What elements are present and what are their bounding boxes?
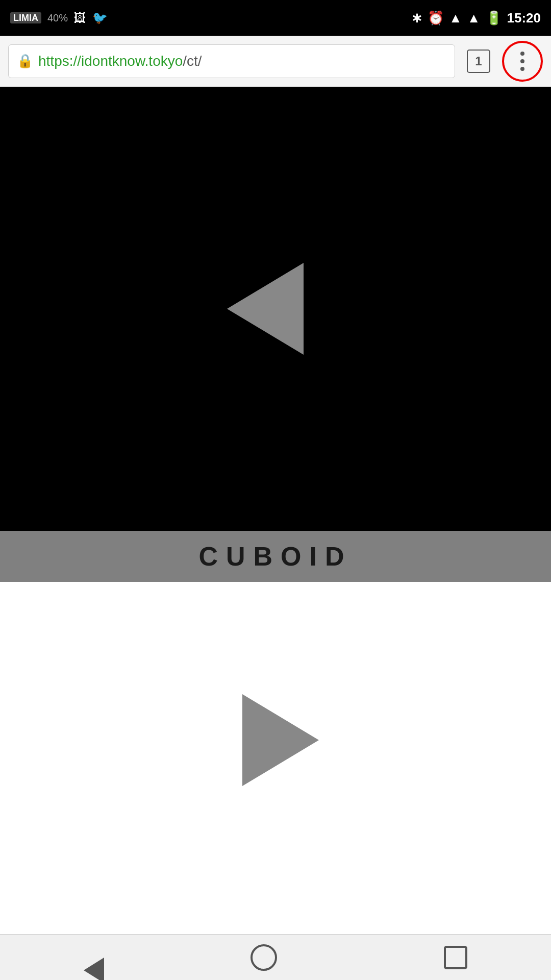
twitter-icon: 🐦 <box>92 11 108 25</box>
status-left-icons: LIMIA 40% 🖼 🐦 <box>10 11 108 25</box>
battery-icon: 🔋 <box>486 10 502 26</box>
url-text: https://idontknow.tokyo/ct/ <box>38 53 202 69</box>
cuboid-title: CUBOID <box>198 541 352 572</box>
more-menu-button[interactable] <box>502 41 543 82</box>
play-icon <box>242 694 319 786</box>
three-dots-icon <box>520 52 524 71</box>
video-area[interactable] <box>0 87 551 531</box>
recents-button[interactable] <box>444 946 467 969</box>
back-icon <box>84 958 104 981</box>
clock-time: 15:20 <box>507 10 541 26</box>
alarm-icon: ⏰ <box>428 10 444 26</box>
bluetooth-icon: ∗ <box>411 10 422 26</box>
content-area[interactable] <box>0 582 551 898</box>
rewind-icon <box>227 263 304 355</box>
status-bar: LIMIA 40% 🖼 🐦 ∗ ⏰ ▲ ▲ 🔋 15:20 <box>0 0 551 36</box>
lock-icon: 🔒 <box>17 53 33 69</box>
gallery-icon: 🖼 <box>74 11 86 25</box>
signal-icon: ▲ <box>467 10 481 26</box>
tabs-button[interactable]: 1 <box>461 44 496 78</box>
cuboid-banner: CUBOID <box>0 531 551 582</box>
url-path: /ct/ <box>183 53 202 69</box>
wifi-icon: ▲ <box>449 10 462 26</box>
status-right-icons: ∗ ⏰ ▲ ▲ 🔋 15:20 <box>411 10 541 26</box>
url-host: idontknow.tokyo <box>81 53 183 69</box>
url-scheme: https:// <box>38 53 81 69</box>
bottom-nav <box>0 934 551 980</box>
battery-percent: 40% <box>47 12 68 24</box>
tabs-count: 1 <box>467 50 490 73</box>
address-bar[interactable]: 🔒 https://idontknow.tokyo/ct/ <box>8 44 455 78</box>
limia-badge: LIMIA <box>10 12 41 23</box>
browser-bar: 🔒 https://idontknow.tokyo/ct/ 1 <box>0 36 551 87</box>
home-button[interactable] <box>251 944 277 971</box>
